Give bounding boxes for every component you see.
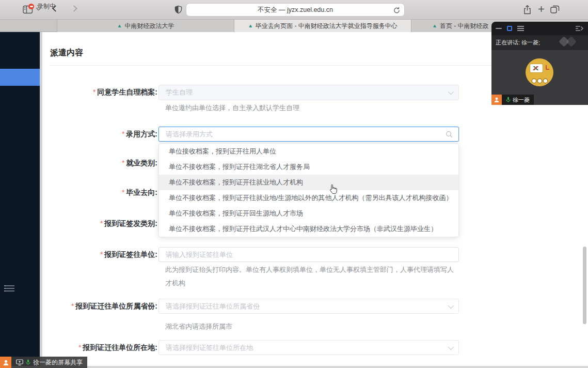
- mic-icon: [506, 97, 511, 103]
- shield-icon: [174, 5, 182, 14]
- required-asterisk: *: [78, 343, 81, 351]
- tab-label: 首页 - 中南财经政: [440, 22, 489, 30]
- collapse-panel-icon[interactable]: [575, 25, 584, 32]
- window-bottom-edge: [0, 366, 588, 368]
- meeting-panel: 正在讲话: 徐一菱;: [491, 22, 588, 105]
- screen-share-icon: [16, 359, 23, 365]
- recording-dot-icon: [28, 4, 34, 9]
- sharer-role-badge: [0, 357, 11, 368]
- person-icon: [3, 359, 9, 366]
- university-logo-icon: ▲: [248, 23, 253, 28]
- scrollbar-thumb[interactable]: [583, 247, 586, 324]
- field-label-agree: *同意学生自理档案:: [93, 88, 157, 97]
- participant-role-badge: [491, 95, 502, 105]
- field-label-province: *报到证迁往单位所属省份:: [71, 302, 157, 311]
- field-label-certunit: *报到证签往单位:: [100, 250, 157, 259]
- required-asterisk: *: [122, 188, 124, 196]
- restore-window-icon[interactable]: [507, 26, 512, 31]
- speaking-status-bar: 正在讲话: 徐一菱;: [491, 35, 588, 50]
- tab-overview-icon: [550, 5, 560, 13]
- tab-zuel-home[interactable]: ▲ 中南财经政法大学: [57, 20, 234, 32]
- meeting-panel-titlebar: [491, 22, 588, 35]
- university-logo-icon: ▲: [117, 23, 122, 28]
- province-placeholder: 请选择报到证迁往单位所属省份: [166, 302, 260, 311]
- field-label-certtype: *报到证签发类别:: [100, 219, 157, 228]
- city-select[interactable]: 请选择报到证签往单位所在地: [158, 340, 459, 355]
- participant-nametag: 徐一菱: [491, 95, 534, 105]
- chevron-down-icon: [448, 344, 454, 350]
- url-text: 不安全 — jyzx.zuel.edu.cn: [258, 6, 333, 14]
- province-hint: 湖北省内请选择所属市: [165, 320, 232, 333]
- forward-button[interactable]: [72, 6, 76, 11]
- hire-method-input[interactable]: 请选择录用方式: [158, 127, 459, 142]
- section-title: 派遣内容: [50, 48, 83, 58]
- screen-recording-indicator[interactable]: 录制中: [28, 2, 56, 10]
- tab-label: 中南财经政法大学: [124, 22, 174, 30]
- field-label-city: *报到证迁往单位所在地:: [78, 343, 157, 352]
- agree-hint: 单位邀约由单位选择，自主录入默认学生自理: [165, 101, 299, 115]
- participant-video: 徐一菱: [491, 50, 588, 105]
- sidebar-active-item[interactable]: [0, 69, 40, 86]
- privacy-shield-button[interactable]: [174, 5, 182, 14]
- share-button[interactable]: [523, 5, 532, 15]
- participant-name: 徐一菱: [513, 96, 530, 104]
- certunit-hint: 此为报到证抬头打印内容。单位有人事权则填单位，单位无人事权填主管部门，人事代理请…: [165, 263, 457, 290]
- share-icon: [523, 5, 532, 15]
- refresh-icon[interactable]: [393, 6, 401, 14]
- participant-avatar: [526, 58, 553, 86]
- dropdown-option[interactable]: 单位接收档案，报到证开往用人单位: [159, 144, 458, 159]
- chevron-right-icon: [71, 5, 77, 12]
- meeting-app-logo-icon: [560, 38, 581, 48]
- field-label-jobtype: *就业类别:: [122, 159, 157, 168]
- province-select[interactable]: 请选择报到证迁往单位所属省份: [158, 299, 459, 314]
- sidebar-divider: [40, 32, 42, 368]
- dropdown-option[interactable]: 单位不接收档案，报到证开往湖北省人才服务局: [159, 159, 458, 175]
- mouse-cursor-pointer: [329, 184, 338, 194]
- required-asterisk: *: [93, 88, 96, 96]
- certunit-placeholder: 请输入报到证签往单位: [166, 250, 233, 259]
- person-icon: [494, 97, 500, 103]
- app-sidebar: [0, 32, 40, 368]
- search-icon: [446, 131, 453, 138]
- speaking-status: 正在讲话: 徐一菱;: [496, 39, 540, 47]
- chevron-down-icon: [448, 303, 454, 309]
- chevron-down-icon: [448, 89, 454, 95]
- screen: 不安全 — jyzx.zuel.edu.cn ▲: [0, 0, 588, 368]
- dropdown-option[interactable]: 单位不接收档案，报到证开往就业地/生源地以外的其他人才机构（需另出具该人才机构接…: [159, 190, 458, 206]
- browser-toolbar: 不安全 — jyzx.zuel.edu.cn: [0, 0, 588, 20]
- screen-share-indicator: 徐一菱的屏幕共享: [0, 357, 87, 368]
- recording-label: 录制中: [37, 2, 56, 11]
- address-bar[interactable]: 不安全 — jyzx.zuel.edu.cn: [186, 3, 405, 17]
- sidebar-menu-icon[interactable]: [4, 285, 14, 294]
- certunit-input[interactable]: 请输入报到证签往单位: [158, 247, 459, 262]
- menu-icon[interactable]: [517, 26, 524, 31]
- mic-icon: [26, 359, 30, 365]
- field-label-hire: *录用方式:: [122, 130, 157, 139]
- new-tab-button[interactable]: [537, 5, 545, 13]
- tab-graduation-destination[interactable]: ▲ 毕业去向页面 - 中南财经政法大学就业指导服务中心: [234, 20, 411, 32]
- required-asterisk: *: [100, 219, 103, 227]
- tab-overview-button[interactable]: [550, 5, 560, 13]
- dropdown-option[interactable]: 单位不接收档案，报到证开往武汉人才中心中南财经政法大学分市场（非武汉生源毕业生）: [159, 221, 458, 237]
- hire-method-placeholder: 请选择录用方式: [166, 130, 213, 139]
- required-asterisk: *: [122, 159, 124, 167]
- university-logo-icon: ▲: [432, 23, 437, 28]
- agree-select-value: 学生自理: [166, 88, 193, 97]
- required-asterisk: *: [71, 302, 74, 310]
- screen-share-label: 徐一菱的屏幕共享: [33, 358, 83, 367]
- required-asterisk: *: [122, 130, 124, 138]
- minimize-icon[interactable]: [496, 28, 502, 29]
- field-label-destination: *毕业去向:: [122, 188, 157, 197]
- agree-select[interactable]: 学生自理: [158, 85, 459, 100]
- tab-label: 毕业去向页面 - 中南财经政法大学就业指导服务中心: [256, 22, 398, 30]
- plus-icon: [537, 5, 545, 13]
- hire-method-dropdown: 单位接收档案，报到证开往用人单位 单位不接收档案，报到证开往湖北省人才服务局 单…: [158, 143, 459, 237]
- required-asterisk: *: [100, 250, 103, 258]
- city-placeholder: 请选择报到证签往单位所在地: [166, 343, 253, 352]
- dropdown-option-highlighted[interactable]: 单位不接收档案，报到证开往就业地人才机构: [159, 175, 458, 190]
- dropdown-option[interactable]: 单位不接收档案，报到证开回生源地人才市场: [159, 206, 458, 221]
